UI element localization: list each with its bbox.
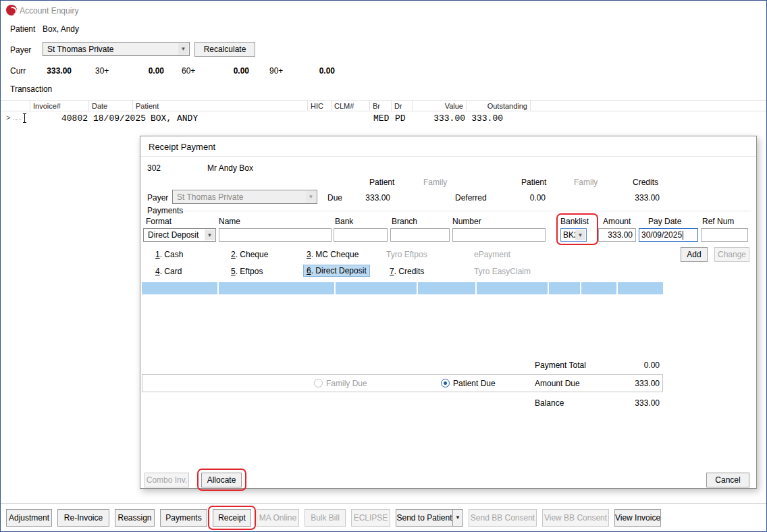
chevron-down-icon: ▼	[306, 191, 316, 203]
recalculate-button[interactable]: Recalculate	[194, 42, 255, 57]
col-hic[interactable]: HIC	[308, 101, 332, 111]
aging-90-label: 90+	[269, 66, 283, 76]
balance-value: 333.00	[606, 398, 660, 408]
cell-invoice: 40802	[30, 113, 88, 124]
amount-due-label: Amount Due	[535, 379, 580, 388]
add-button[interactable]: Add	[681, 247, 708, 262]
method-direct-deposit[interactable]: 6. Direct Deposit	[303, 265, 370, 277]
method-mc-cheque[interactable]: 3. MC Cheque	[307, 250, 359, 259]
banklist-label: Banklist	[560, 217, 589, 226]
payments-button[interactable]: Payments	[160, 509, 207, 527]
allocation-cell	[477, 282, 548, 294]
transaction-section-label: Transaction	[10, 84, 52, 94]
account-enquiry-window: Account Enquiry Patient Box, Andy Payer …	[0, 0, 767, 532]
col-outstanding[interactable]: Outstanding	[467, 101, 531, 111]
method-tyro-easyclaim: Tyro EasyClaim	[474, 267, 531, 276]
re-invoice-button[interactable]: Re-Invoice	[57, 509, 109, 527]
tree-guide-line	[14, 119, 21, 120]
amount-label: Amount	[603, 217, 631, 226]
format-select-value: Direct Deposit	[148, 230, 199, 240]
method-card[interactable]: 4. Card	[155, 267, 182, 276]
aging-90-value: 0.00	[288, 66, 335, 76]
payment-total-value: 0.00	[606, 361, 660, 370]
allocation-cell	[549, 282, 580, 294]
allocation-cell	[142, 282, 217, 294]
account-number: 302	[147, 163, 161, 173]
ma-online-button: MA Online	[257, 509, 299, 527]
format-label: Format	[146, 217, 171, 226]
aging-curr-label: Curr	[10, 66, 26, 76]
transaction-row[interactable]: > 40802 18/09/2025 BOX, ANDY MED PD 333.…	[1, 112, 766, 125]
reassign-button[interactable]: Reassign	[115, 509, 155, 527]
eclipse-button: ECLIPSE	[351, 509, 390, 527]
adjustment-button[interactable]: Adjustment	[6, 509, 52, 527]
send-to-patient-split-button[interactable]: Send to Patient ▼	[396, 509, 463, 527]
deferred-value: 0.00	[498, 193, 546, 203]
aging-30-label: 30+	[95, 66, 109, 76]
method-credits[interactable]: 7. Credits	[390, 267, 424, 276]
method-cash[interactable]: 1. Cash	[155, 250, 183, 259]
aging-60-label: 60+	[182, 66, 195, 76]
format-select[interactable]: Direct Deposit ▼	[143, 228, 216, 242]
bank-input[interactable]	[334, 228, 388, 242]
summary-family-col-2: Family	[574, 178, 598, 187]
expand-arrow-icon[interactable]: >	[6, 113, 10, 122]
paydate-label: Pay Date	[648, 217, 681, 226]
allocation-cell	[618, 282, 663, 294]
col-dr[interactable]: Dr	[392, 101, 413, 111]
allocation-cell	[581, 282, 616, 294]
send-to-patient-button[interactable]: Send to Patient	[396, 509, 452, 527]
due-selection-box: Family Due Patient Due	[142, 374, 663, 392]
cell-outstanding: 333.00	[450, 113, 503, 124]
branch-input[interactable]	[390, 228, 450, 242]
due-value: 333.00	[343, 193, 390, 203]
send-bb-consent-button: Send BB Consent	[469, 509, 537, 527]
method-epayment: ePayment	[474, 250, 510, 259]
change-button: Change	[714, 247, 749, 262]
text-caret	[683, 231, 683, 240]
refnum-label: Ref Num	[702, 217, 734, 226]
allocation-cell	[219, 282, 334, 294]
payer-label: Payer	[10, 45, 31, 55]
patient-due-label[interactable]: Patient Due	[453, 379, 496, 388]
patient-value: Box, Andy	[43, 24, 79, 34]
allocate-button[interactable]: Allocate	[201, 473, 242, 487]
paydate-value: 30/09/2025	[641, 230, 682, 240]
cell-patient: BOX, ANDY	[151, 113, 198, 124]
col-filler	[531, 101, 766, 111]
number-label: Number	[452, 217, 481, 226]
patient-due-radio[interactable]	[441, 379, 450, 388]
dialog-payer-value: St Thomas Private	[177, 192, 243, 202]
method-eftpos[interactable]: 5. Eftpos	[231, 267, 263, 276]
col-invoice[interactable]: Invoice#	[30, 101, 89, 111]
due-label: Due	[327, 193, 342, 203]
allocation-selected-row[interactable]	[142, 282, 663, 294]
app-logo-icon	[6, 5, 17, 16]
receipt-button[interactable]: Receipt	[213, 509, 251, 527]
payments-group-rule	[184, 211, 751, 211]
branch-label: Branch	[392, 217, 417, 226]
paydate-input[interactable]: 30/09/2025	[639, 228, 698, 242]
method-cheque[interactable]: 2. Cheque	[231, 250, 268, 259]
col-patient[interactable]: Patient	[133, 101, 308, 111]
col-br[interactable]: Br	[370, 101, 392, 111]
combo-inv-button: Combo Inv.	[144, 473, 189, 487]
amount-input[interactable]	[598, 228, 636, 242]
view-invoice-button[interactable]: View Invoice	[614, 509, 661, 527]
dialog-title: Receipt Payment	[149, 142, 215, 152]
payer-select[interactable]: St Thomas Private ▼	[43, 42, 190, 56]
patient-label: Patient	[10, 24, 35, 34]
refnum-input[interactable]	[701, 228, 748, 242]
col-clm[interactable]: CLM#	[332, 101, 370, 111]
family-due-radio	[314, 379, 323, 388]
name-input[interactable]	[219, 228, 332, 242]
dropdown-arrow-icon[interactable]: ▼	[452, 509, 463, 527]
number-input[interactable]	[452, 228, 546, 242]
cancel-button[interactable]: Cancel	[706, 473, 749, 487]
col-date[interactable]: Date	[89, 101, 133, 111]
aging-60-value: 0.00	[203, 66, 249, 76]
banklist-select[interactable]: BK2 ▼	[560, 228, 587, 242]
balance-label: Balance	[535, 398, 564, 408]
col-value[interactable]: Value	[413, 101, 467, 111]
name-label: Name	[219, 217, 240, 226]
